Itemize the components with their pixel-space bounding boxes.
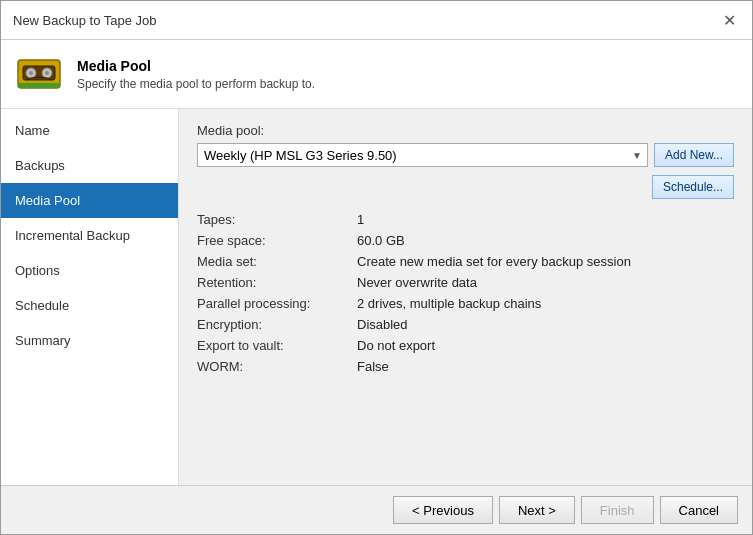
svg-rect-6 xyxy=(18,83,60,88)
close-button[interactable]: ✕ xyxy=(718,9,740,31)
sidebar-item-options[interactable]: Options xyxy=(1,253,178,288)
header-text: Media Pool Specify the media pool to per… xyxy=(77,58,315,91)
add-new-button[interactable]: Add New... xyxy=(654,143,734,167)
sidebar-item-backups[interactable]: Backups xyxy=(1,148,178,183)
sidebar-item-schedule[interactable]: Schedule xyxy=(1,288,178,323)
header-title: Media Pool xyxy=(77,58,315,74)
media-pool-dropdown[interactable]: Weekly (HP MSL G3 Series 9.50) xyxy=(197,143,648,167)
sidebar-item-media-pool[interactable]: Media Pool xyxy=(1,183,178,218)
header-area: Media Pool Specify the media pool to per… xyxy=(1,40,752,109)
sidebar: Name Backups Media Pool Incremental Back… xyxy=(1,109,179,485)
body-area: Name Backups Media Pool Incremental Back… xyxy=(1,109,752,485)
svg-point-5 xyxy=(45,71,49,75)
info-row-parallel-processing: Parallel processing: 2 drives, multiple … xyxy=(197,293,734,314)
content-area: Media pool: Weekly (HP MSL G3 Series 9.5… xyxy=(179,109,752,485)
footer: < Previous Next > Finish Cancel xyxy=(1,485,752,534)
media-pool-row: Weekly (HP MSL G3 Series 9.50) ▼ Add New… xyxy=(197,143,734,167)
info-row-export-vault: Export to vault: Do not export xyxy=(197,335,734,356)
info-row-tapes: Tapes: 1 xyxy=(197,209,734,230)
sidebar-item-name[interactable]: Name xyxy=(1,113,178,148)
info-row-retention: Retention: Never overwrite data xyxy=(197,272,734,293)
info-table: Tapes: 1 Free space: 60.0 GB Media set: … xyxy=(197,209,734,377)
title-bar: New Backup to Tape Job ✕ xyxy=(1,1,752,40)
finish-button[interactable]: Finish xyxy=(581,496,654,524)
media-pool-label: Media pool: xyxy=(197,123,734,138)
previous-button[interactable]: < Previous xyxy=(393,496,493,524)
info-row-free-space: Free space: 60.0 GB xyxy=(197,230,734,251)
cancel-button[interactable]: Cancel xyxy=(660,496,738,524)
dialog-title: New Backup to Tape Job xyxy=(13,13,157,28)
header-subtitle: Specify the media pool to perform backup… xyxy=(77,77,315,91)
info-row-media-set: Media set: Create new media set for ever… xyxy=(197,251,734,272)
next-button[interactable]: Next > xyxy=(499,496,575,524)
media-pool-dropdown-wrapper: Weekly (HP MSL G3 Series 9.50) ▼ xyxy=(197,143,648,167)
tape-icon xyxy=(15,50,63,98)
info-row-worm: WORM: False xyxy=(197,356,734,377)
svg-point-3 xyxy=(29,71,33,75)
dialog: New Backup to Tape Job ✕ xyxy=(0,0,753,535)
sidebar-item-incremental-backup[interactable]: Incremental Backup xyxy=(1,218,178,253)
info-row-encryption: Encryption: Disabled xyxy=(197,314,734,335)
schedule-button[interactable]: Schedule... xyxy=(652,175,734,199)
sidebar-item-summary[interactable]: Summary xyxy=(1,323,178,358)
